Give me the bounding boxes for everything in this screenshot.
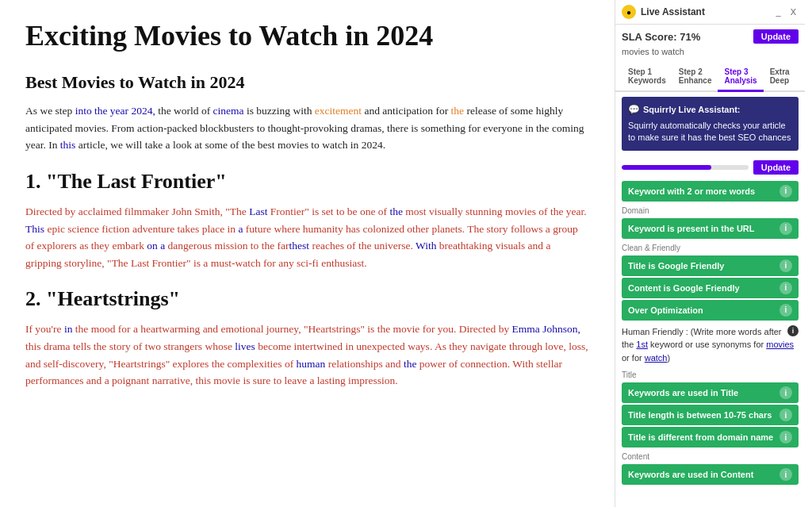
movie1-text: Directed by acclaimed filmmaker John Smi… [25, 203, 589, 271]
step-analysis[interactable]: Step 3 Analysis [718, 64, 763, 92]
info-icon: i [779, 259, 792, 272]
page-title: Exciting Movies to Watch in 2024 [25, 19, 589, 53]
info-icon: i [779, 386, 792, 399]
info-icon: i [779, 185, 792, 198]
group-label-content: Content [615, 449, 805, 463]
main-content: Exciting Movies to Watch in 2024 Best Mo… [0, 0, 615, 507]
seo-item-title-length[interactable]: Title length is between 10-75 chars i [622, 405, 799, 425]
seo-item-over-optimization[interactable]: Over Optimization i [622, 300, 799, 321]
squirrly-box: 💬 Squirrly Live Assistant: Squirrly auto… [622, 97, 799, 151]
seo-item-title-domain[interactable]: Title is different from domain name i [622, 427, 799, 447]
info-icon: i [779, 282, 792, 294]
squirrly-title: 💬 Squirrly Live Assistant: [628, 103, 792, 117]
info-icon: i [779, 222, 792, 235]
seo-item-keyword-words[interactable]: Keyword with 2 or more words i [622, 181, 799, 202]
seo-item-keywords-in-title[interactable]: Keywords are used in Title i [622, 382, 799, 403]
movie1-title: 1. "The Last Frontier" [25, 170, 589, 194]
movie2-text: If you're in the mood for a heartwarming… [25, 321, 589, 389]
sla-row: SLA Score: 71% Update [615, 25, 805, 45]
info-icon: i [779, 431, 792, 444]
seo-item-content-google[interactable]: Content is Google Friendly i [622, 278, 799, 298]
sidebar: ● Live Assistant _ X SLA Score: 71% Upda… [615, 0, 805, 507]
group-label-domain: Domain [615, 203, 805, 217]
progress-row: Update [615, 156, 805, 179]
seo-item-keywords-in-content[interactable]: Keywords are used in Content i [622, 464, 799, 485]
header-controls: _ X [774, 7, 799, 17]
section1-text: As we step into the year 2024, the world… [25, 102, 589, 154]
info-icon: i [779, 409, 792, 421]
progress-bar-bg [622, 165, 749, 170]
sidebar-title: Live Assistant [641, 6, 705, 17]
live-icon: ● [622, 5, 636, 19]
info-icon: i [779, 304, 792, 317]
update-button[interactable]: Update [753, 29, 799, 44]
first-keyword-link[interactable]: 1st [636, 340, 648, 349]
keyword-row: movies to watch [615, 45, 805, 61]
step-keywords[interactable]: Step 1 Keywords [622, 64, 672, 90]
step-deep[interactable]: Extra Deep [764, 64, 796, 90]
movie2-title: 2. "Heartstrings" [25, 287, 589, 311]
sidebar-header-left: ● Live Assistant [622, 5, 705, 19]
steps-row: Step 1 Keywords Step 2 Enhance Step 3 An… [615, 61, 805, 92]
squirrly-text: Squirrly automatically checks your artic… [628, 120, 792, 144]
close-btn[interactable]: X [788, 7, 799, 17]
progress-bar-fill [622, 165, 711, 170]
chat-icon: 💬 [628, 103, 640, 117]
step-enhance[interactable]: Step 2 Enhance [672, 64, 718, 90]
human-friendly-warning: i Human Friendly : (Write more words aft… [615, 322, 805, 368]
minimize-btn[interactable]: _ [774, 7, 783, 17]
seo-section: Keyword with 2 or more words i Domain Ke… [615, 179, 805, 490]
movies-link[interactable]: movies [766, 340, 794, 349]
seo-item-title-google[interactable]: Title is Google Friendly i [622, 255, 799, 276]
sla-score: SLA Score: 71% [622, 31, 700, 43]
update-button-2[interactable]: Update [753, 160, 799, 175]
info-icon: i [779, 468, 792, 481]
seo-item-keyword-url[interactable]: Keyword is present in the URL i [622, 218, 799, 239]
section1-title: Best Movies to Watch in 2024 [25, 72, 589, 93]
group-label-clean: Clean & Friendly [615, 240, 805, 254]
watch-link[interactable]: watch [645, 353, 668, 363]
sidebar-header: ● Live Assistant _ X [615, 0, 805, 25]
warning-icon: i [787, 325, 799, 336]
group-label-title: Title [615, 367, 805, 381]
